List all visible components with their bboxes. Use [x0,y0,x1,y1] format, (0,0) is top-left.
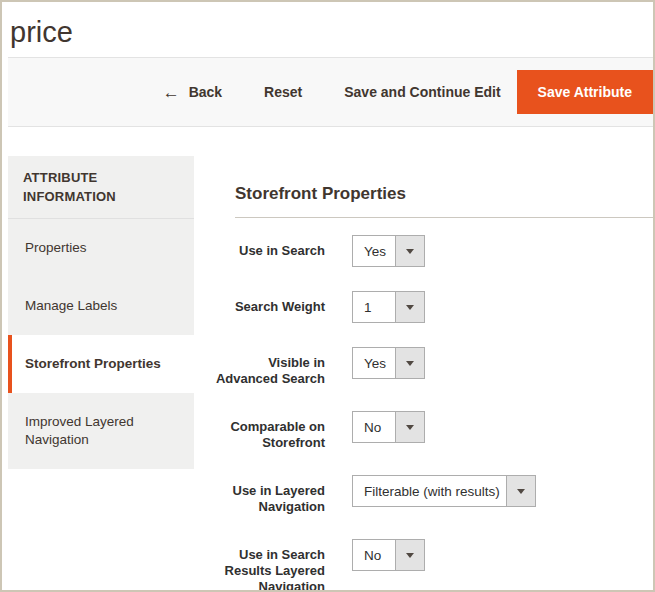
search-weight-label: Search Weight [211,291,325,315]
chevron-down-icon [395,412,424,442]
use-in-search-select[interactable]: Yes [352,235,425,267]
back-arrow-icon: ← [163,84,180,101]
storefront-properties-panel: Storefront Properties Use in Search Yes … [211,156,653,592]
form-row: Use in Search Results Layered Navigation… [211,539,653,592]
toolbar: ← Back Reset Save and Continue Edit Save… [8,57,653,127]
chevron-down-icon [395,236,424,266]
section-divider [235,217,653,218]
search-weight-select[interactable]: 1 [352,291,425,323]
use-in-layered-navigation-label: Use in Layered Navigation [211,475,325,515]
sidebar-item-storefront-properties[interactable]: Storefront Properties [8,335,194,393]
sidebar-header: ATTRIBUTE INFORMATION [8,156,194,219]
select-value: No [353,540,395,570]
visible-in-advanced-search-select[interactable]: Yes [352,347,425,379]
back-button[interactable]: ← Back [163,84,222,101]
form-row: Use in Search Yes [211,235,653,267]
form-row: Visible in Advanced Search Yes [211,347,653,387]
form-row: Search Weight 1 [211,291,653,323]
chevron-down-icon [395,292,424,322]
select-value: 1 [353,292,395,322]
select-value: No [353,412,395,442]
use-in-layered-navigation-select[interactable]: Filterable (with results) [352,475,536,507]
storefront-properties-form: Use in Search Yes Search Weight 1 Visibl… [211,235,653,592]
use-in-search-results-layered-navigation-label: Use in Search Results Layered Navigation [211,539,325,592]
reset-button[interactable]: Reset [264,84,302,100]
comparable-on-storefront-label: Comparable on Storefront [211,411,325,451]
section-heading: Storefront Properties [235,184,653,204]
use-in-search-results-layered-navigation-select[interactable]: No [352,539,425,571]
chevron-down-icon [395,540,424,570]
visible-in-advanced-search-label: Visible in Advanced Search [211,347,325,387]
content-area: ATTRIBUTE INFORMATION Properties Manage … [8,156,653,592]
back-button-label: Back [189,84,222,100]
sidebar-item-manage-labels[interactable]: Manage Labels [8,277,194,335]
comparable-on-storefront-select[interactable]: No [352,411,425,443]
use-in-search-label: Use in Search [211,235,325,259]
form-row: Comparable on Storefront No [211,411,653,451]
page-title: price [2,2,653,57]
select-value: Yes [353,236,395,266]
select-value: Filterable (with results) [353,476,506,506]
save-and-continue-button[interactable]: Save and Continue Edit [344,84,500,100]
select-value: Yes [353,348,395,378]
sidebar-item-properties[interactable]: Properties [8,219,194,277]
sidebar-item-improved-layered-navigation[interactable]: Improved Layered Navigation [8,393,194,469]
form-row: Use in Layered Navigation Filterable (wi… [211,475,653,515]
chevron-down-icon [395,348,424,378]
chevron-down-icon [506,476,535,506]
attribute-information-sidebar: ATTRIBUTE INFORMATION Properties Manage … [8,156,194,469]
save-attribute-button[interactable]: Save Attribute [517,70,653,114]
